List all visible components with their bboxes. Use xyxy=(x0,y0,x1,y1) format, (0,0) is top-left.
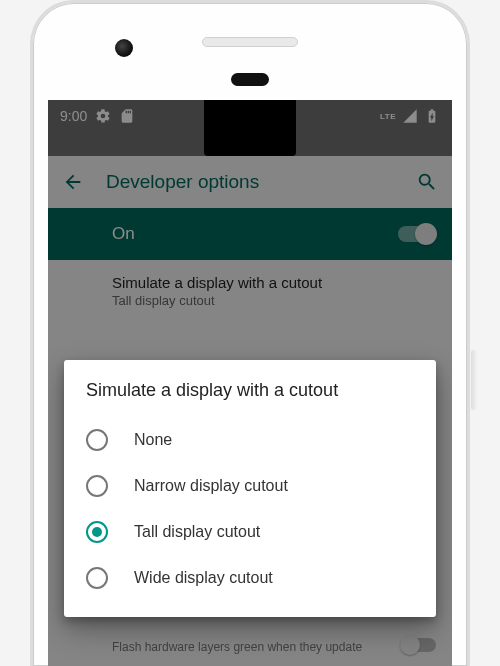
option-label: Wide display cutout xyxy=(134,569,273,587)
option-label: Tall display cutout xyxy=(134,523,260,541)
sensor-pill xyxy=(231,73,269,86)
option-none[interactable]: None xyxy=(86,417,414,463)
screen: 9:00 LTE Developer options On Simulate a… xyxy=(48,100,452,666)
radio-icon xyxy=(86,475,108,497)
option-narrow[interactable]: Narrow display cutout xyxy=(86,463,414,509)
speaker-slot xyxy=(202,37,298,47)
front-camera xyxy=(115,39,133,57)
option-label: None xyxy=(134,431,172,449)
side-button xyxy=(471,350,477,410)
option-wide[interactable]: Wide display cutout xyxy=(86,555,414,601)
cutout-dialog: Simulate a display with a cutout None Na… xyxy=(64,360,436,617)
radio-icon xyxy=(86,429,108,451)
radio-icon xyxy=(86,521,108,543)
dialog-title: Simulate a display with a cutout xyxy=(86,380,414,401)
radio-icon xyxy=(86,567,108,589)
option-label: Narrow display cutout xyxy=(134,477,288,495)
option-tall[interactable]: Tall display cutout xyxy=(86,509,414,555)
display-cutout xyxy=(204,100,296,156)
